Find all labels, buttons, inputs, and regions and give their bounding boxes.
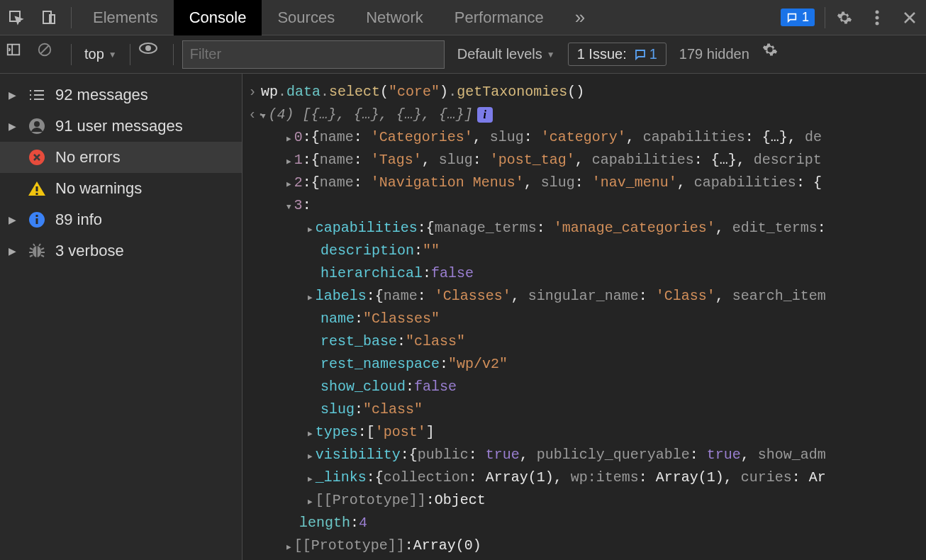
divider	[71, 7, 72, 28]
issues-badge-count: 1	[802, 10, 809, 25]
array-summary: (4) [{…}, {…}, {…}, {…}]	[269, 103, 473, 126]
main-area: ▶ 92 messages ▶ 91 user messages No erro…	[0, 74, 926, 560]
issues-box[interactable]: 1 Issue: 1	[568, 43, 666, 66]
expand-toggle[interactable]	[286, 194, 294, 217]
levels-label: Default levels	[457, 46, 542, 62]
input-chevron-icon: ›	[248, 81, 261, 103]
svg-point-5	[876, 21, 879, 25]
tab-sources[interactable]: Sources	[262, 0, 350, 35]
divider	[130, 44, 130, 65]
object-property-row[interactable]: hierarchical: false	[308, 262, 926, 285]
list-icon	[27, 85, 47, 105]
array-length-row[interactable]: length: 4	[286, 512, 926, 534]
sidebar-item-warnings[interactable]: No warnings	[0, 173, 242, 204]
close-icon[interactable]	[893, 0, 926, 35]
sidebar-item-label: 92 messages	[55, 86, 148, 104]
svg-point-4	[876, 16, 879, 19]
tab-elements[interactable]: Elements	[77, 0, 174, 35]
divider	[173, 44, 174, 65]
expand-toggle[interactable]	[308, 285, 316, 308]
warning-icon	[27, 179, 47, 198]
sidebar-item-info[interactable]: ▶ 89 info	[0, 204, 242, 235]
expand-toggle[interactable]	[286, 172, 294, 194]
bug-icon	[27, 241, 47, 261]
sidebar-item-label: 3 verbose	[55, 242, 124, 260]
info-badge-icon[interactable]: i	[477, 107, 493, 123]
devtools-tabs: Elements Console Sources Network Perform…	[0, 0, 926, 35]
sidebar-item-label: 89 info	[55, 211, 102, 229]
expand-toggle[interactable]	[308, 466, 316, 489]
console-settings-icon[interactable]	[762, 42, 788, 67]
tab-performance[interactable]: Performance	[439, 0, 559, 35]
sidebar-item-verbose[interactable]: ▶ 3 verbose	[0, 235, 242, 267]
object-property-row[interactable]: description: ""	[308, 240, 926, 262]
live-expression-icon[interactable]	[139, 42, 164, 67]
object-property-row[interactable]: name: "Classes"	[308, 308, 926, 330]
user-icon	[27, 116, 47, 136]
hidden-count[interactable]: 179 hidden	[672, 46, 757, 62]
sidebar-toggle-icon[interactable]	[6, 42, 31, 67]
divider	[71, 44, 72, 65]
object-property-row[interactable]: capabilities: {manage_terms: 'manage_cat…	[308, 217, 926, 240]
expand-toggle[interactable]	[308, 444, 316, 466]
console-output: › wp.data.select("core").getTaxonomies()…	[242, 74, 926, 560]
tab-more[interactable]: »	[559, 0, 601, 35]
expand-toggle[interactable]	[286, 534, 294, 557]
console-toolbar: top ▼ Default levels ▼ 1 Issue: 1 179 hi…	[0, 35, 926, 74]
settings-icon[interactable]	[828, 0, 861, 35]
svg-point-19	[34, 121, 40, 127]
expand-toggle[interactable]	[286, 149, 294, 172]
clear-console-icon[interactable]	[37, 42, 62, 67]
object-property-row[interactable]: rest_base: "class"	[308, 330, 926, 353]
svg-point-3	[876, 10, 879, 13]
issues-count: 1	[649, 46, 657, 62]
array-item-row[interactable]: 2: {name: 'Navigation Menus', slug: 'nav…	[286, 172, 926, 194]
sidebar-item-errors[interactable]: No errors	[0, 142, 242, 173]
device-toolbar-icon[interactable]	[33, 0, 65, 35]
sidebar-item-messages[interactable]: ▶ 92 messages	[0, 79, 242, 111]
sidebar-item-label: 91 user messages	[55, 117, 183, 135]
svg-point-11	[145, 45, 151, 51]
object-property-row[interactable]: rest_namespace: "wp/v2"	[308, 353, 926, 376]
log-levels-selector[interactable]: Default levels ▼	[450, 46, 562, 62]
object-property-row[interactable]: show_cloud: false	[308, 376, 926, 398]
tab-network[interactable]: Network	[350, 0, 439, 35]
expand-toggle[interactable]	[261, 103, 269, 126]
sidebar-item-label: No errors	[55, 148, 121, 167]
context-label: top	[84, 46, 104, 62]
array-item-row[interactable]: 1: {name: 'Tags', slug: 'post_tag', capa…	[286, 149, 926, 172]
object-property-row[interactable]: _links: {collection: Array(1), wp:items:…	[308, 466, 926, 489]
tab-console[interactable]: Console	[174, 0, 262, 35]
expand-toggle[interactable]	[286, 126, 294, 149]
divider	[825, 7, 825, 28]
console-input-line[interactable]: › wp.data.select("core").getTaxonomies()	[248, 81, 926, 103]
object-property-row[interactable]: types: ['post']	[308, 421, 926, 444]
svg-rect-24	[36, 218, 38, 224]
kebab-menu-icon[interactable]	[861, 0, 893, 35]
object-property-row[interactable]: [[Prototype]]: Object	[308, 489, 926, 512]
svg-rect-25	[36, 215, 38, 217]
output-chevron-icon: ‹·	[248, 103, 261, 126]
expand-toggle[interactable]	[308, 489, 316, 512]
filter-input[interactable]	[182, 40, 445, 69]
sidebar-item-user-messages[interactable]: ▶ 91 user messages	[0, 111, 242, 142]
error-icon	[27, 147, 47, 167]
svg-rect-21	[36, 186, 38, 191]
array-item-row-expanded[interactable]: 3:	[286, 194, 926, 217]
array-item-row[interactable]: 0: {name: 'Categories', slug: 'category'…	[286, 126, 926, 149]
array-prototype-row[interactable]: [[Prototype]]: Array(0)	[286, 534, 926, 557]
svg-rect-22	[36, 193, 38, 195]
console-return-line[interactable]: ‹· (4) [{…}, {…}, {…}, {…}] i	[248, 103, 926, 126]
issues-label: 1 Issue:	[577, 46, 627, 62]
context-selector[interactable]: top ▼	[80, 46, 121, 62]
object-property-row[interactable]: labels: {name: 'Classes', singular_name:…	[308, 285, 926, 308]
object-property-row[interactable]: slug: "class"	[308, 398, 926, 421]
sidebar: ▶ 92 messages ▶ 91 user messages No erro…	[0, 74, 242, 560]
expand-toggle[interactable]	[308, 421, 316, 444]
sidebar-item-label: No warnings	[55, 179, 142, 198]
svg-line-9	[41, 45, 49, 53]
object-property-row[interactable]: visibility: {public: true, publicly_quer…	[308, 444, 926, 466]
expand-toggle[interactable]	[308, 217, 316, 240]
issues-badge[interactable]: 1	[774, 0, 822, 35]
inspect-icon[interactable]	[0, 0, 33, 35]
